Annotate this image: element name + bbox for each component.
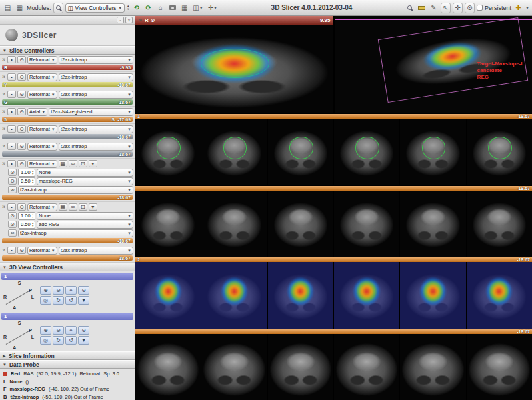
orientation-select[interactable]: Reformat▼ <box>27 160 57 168</box>
foreground-visibility-eye-icon[interactable]: ⊙ <box>8 177 17 185</box>
slice-thumbnail[interactable] <box>467 119 532 185</box>
link-views-icon[interactable]: ∞ <box>69 203 77 211</box>
window-panel-icon[interactable]: ▤ <box>3 3 13 13</box>
viewer-header[interactable]: 1 <box>1 273 133 280</box>
fit-to-window-icon[interactable]: ⊡ <box>79 160 87 167</box>
slice-offset-slider[interactable]: G -18.67 <box>2 99 133 105</box>
panel-close-icon[interactable]: × <box>125 17 133 23</box>
expand-chevrons-icon[interactable]: » <box>1 161 6 167</box>
expand-chevrons-icon[interactable]: » <box>1 143 6 149</box>
eye-icon[interactable]: ⊙ <box>17 247 26 254</box>
section-slice-controllers[interactable]: ▼ Slice Controllers <box>0 46 135 55</box>
eye-icon[interactable]: ⊙ <box>17 160 26 167</box>
slice-offset-slider[interactable]: 5 S: -17.69 <box>2 117 133 122</box>
slice-thumbnail[interactable] <box>334 334 399 400</box>
slice-offset-slider[interactable]: -18.67 <box>2 134 133 139</box>
zoom-out-button[interactable]: ⊖ <box>53 286 64 295</box>
orientation-select[interactable]: Reformat▼ <box>27 56 57 64</box>
slice-offset-slider[interactable]: Y -18.67 <box>2 82 133 87</box>
screenshot-camera-icon[interactable] <box>167 3 177 13</box>
orientation-select[interactable]: Reformat▼ <box>27 247 57 255</box>
lightbox-grid-icon[interactable]: ▦ <box>59 203 67 211</box>
rock-view-button[interactable]: ↺ <box>65 336 77 345</box>
zoom-in-button[interactable]: ⊕ <box>40 286 51 295</box>
viewer-header[interactable]: 1 <box>1 313 133 320</box>
module-stepper[interactable]: ▲▼ <box>127 5 129 11</box>
compare-row-slider[interactable]: -18.67 <box>135 329 532 334</box>
orientation-select[interactable]: Reformat▼ <box>27 143 57 151</box>
slice-thumbnail[interactable] <box>400 119 465 185</box>
slice-thumbnail[interactable] <box>268 262 333 329</box>
section-slice-information[interactable]: ▶ Slice Information <box>0 351 135 360</box>
expand-chevrons-icon[interactable]: » <box>1 204 6 210</box>
module-forward-button[interactable]: ⟳ <box>143 3 153 13</box>
volume-select[interactable]: t2ax-intraop▼ <box>59 143 133 151</box>
label-opacity-spinbox[interactable]: 1.00▲▼ <box>18 212 35 220</box>
rock-view-button[interactable]: ↺ <box>65 296 77 305</box>
red-slice-viewport[interactable]: » R ⊙ -9.95 <box>135 16 333 113</box>
slice-thumbnail[interactable] <box>201 191 267 257</box>
module-search-icon[interactable] <box>53 3 63 13</box>
panel-pin-icon[interactable]: ◦ <box>117 17 124 23</box>
eye-icon[interactable]: ⊙ <box>17 143 26 150</box>
add-fiducial-icon[interactable]: ✚ <box>513 3 523 13</box>
visibility-eye-button[interactable]: ⊙ <box>78 326 89 335</box>
orientation-select[interactable]: Reformat▼ <box>27 91 57 99</box>
place-fiducial-mode-button[interactable]: ✛ <box>453 3 463 13</box>
expand-chevrons-icon[interactable]: » <box>1 247 6 253</box>
zoom-out-button[interactable]: ⊖ <box>53 326 64 335</box>
label-volume-select[interactable]: None▼ <box>37 169 133 177</box>
orientation-select[interactable]: Reformat▼ <box>27 203 57 211</box>
background-link-icon[interactable]: ∞ <box>8 229 17 237</box>
background-volume-select[interactable]: t2ax-intraop▼ <box>18 229 133 237</box>
expand-chevrons-icon[interactable]: » <box>1 109 6 115</box>
pin-icon[interactable]: • <box>7 108 16 115</box>
slice-thumbnail[interactable] <box>334 119 399 185</box>
label-opacity-spinbox[interactable]: 1.00▲▼ <box>18 169 35 177</box>
slice-offset-slider[interactable]: R -9.95 <box>2 65 133 70</box>
pin-icon[interactable]: ⊙ <box>151 17 155 23</box>
slice-thumbnail[interactable] <box>201 262 267 329</box>
slice-thumbnail[interactable] <box>467 262 532 329</box>
pin-icon[interactable]: • <box>7 247 16 254</box>
center-view-button[interactable]: ⌖ <box>65 286 77 295</box>
label-volume-select[interactable]: None▼ <box>37 212 133 220</box>
pin-icon[interactable]: • <box>7 91 16 98</box>
pin-icon[interactable]: • <box>7 160 16 167</box>
foreground-opacity-spinbox[interactable]: 0.50▲▼ <box>18 221 35 229</box>
background-volume-select[interactable]: t2ax-intraop▼ <box>18 186 133 194</box>
compare-row-slider[interactable]: 1 -18.67 <box>135 114 532 119</box>
axis-orientation-widget[interactable]: S R L A P <box>4 282 33 309</box>
transform-mode-button[interactable]: ⊙ <box>465 3 475 13</box>
volume-select[interactable]: t2ax-intraop▼ <box>59 247 133 255</box>
more-options-icon[interactable]: ▾ <box>89 160 97 167</box>
volume-select[interactable]: t2ax-intraop▼ <box>59 73 133 81</box>
expand-chevrons-icon[interactable]: » <box>1 57 6 63</box>
orientation-select[interactable]: Axial▼ <box>27 108 47 116</box>
more-options-icon[interactable]: ▾ <box>89 203 97 211</box>
compare-row-slider[interactable]: 2 -18.67 <box>135 257 532 262</box>
volume-select[interactable]: t2ax-N4-registered▼ <box>49 108 133 116</box>
center-view-button[interactable]: ⌖ <box>65 326 77 335</box>
slice-thumbnail[interactable] <box>135 334 201 400</box>
fit-to-window-icon[interactable]: ⊡ <box>79 203 87 211</box>
slice-thumbnail[interactable] <box>268 119 333 185</box>
spin-view-button[interactable]: ↻ <box>53 336 64 345</box>
expand-chevrons-icon[interactable]: » <box>1 126 6 132</box>
zoom-in-button[interactable]: ⊕ <box>40 326 51 335</box>
volume-select[interactable]: t2ax-intraop▼ <box>59 125 133 133</box>
more-options-button[interactable]: ▾ <box>78 336 89 345</box>
annotate-pencil-icon[interactable]: ✎ <box>429 3 439 13</box>
slice-thumbnail[interactable] <box>268 334 333 400</box>
layout-select-icon[interactable]: ◫▼ <box>191 3 204 13</box>
slice-thumbnail[interactable] <box>400 334 465 400</box>
pin-icon[interactable]: • <box>7 125 16 133</box>
slice-thumbnail[interactable] <box>135 119 201 185</box>
label-visibility-eye-icon[interactable]: ⊙ <box>8 212 17 219</box>
eye-icon[interactable]: ⊙ <box>17 125 26 133</box>
slice-thumbnail[interactable] <box>201 334 267 400</box>
scene-views-icon[interactable]: ▦ <box>179 3 189 13</box>
label-visibility-eye-icon[interactable]: ⊙ <box>8 169 17 176</box>
axis-orientation-widget[interactable]: S R L A P <box>4 322 33 349</box>
more-options-button[interactable]: ▾ <box>78 296 89 305</box>
